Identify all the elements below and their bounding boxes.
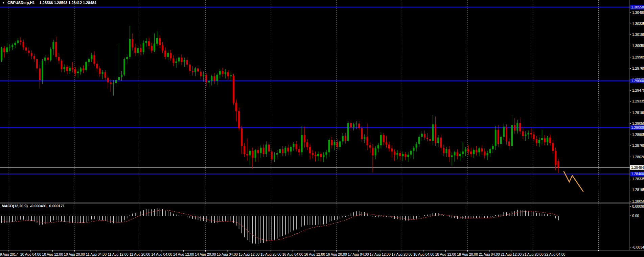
svg-text:10 Aug 20:00: 10 Aug 20:00 — [64, 252, 85, 256]
svg-text:16 Aug 12:00: 16 Aug 12:00 — [304, 252, 325, 256]
svg-text:22 Aug 04:00: 22 Aug 04:00 — [544, 252, 565, 256]
macd-histogram — [2, 208, 558, 244]
svg-text:11 Aug 04:00: 11 Aug 04:00 — [86, 252, 107, 256]
svg-text:1.29760: 1.29760 — [632, 66, 644, 70]
svg-text:18 Aug 04:00: 18 Aug 04:00 — [413, 252, 434, 256]
svg-text:1.28400: 1.28400 — [631, 172, 644, 176]
svg-text:1.30480: 1.30480 — [632, 10, 644, 15]
svg-text:15 Aug 20:00: 15 Aug 20:00 — [260, 252, 281, 256]
svg-text:1.30335: 1.30335 — [632, 22, 644, 26]
svg-text:1.29600: 1.29600 — [631, 79, 644, 83]
svg-text:9 Aug 2017: 9 Aug 2017 — [0, 252, 18, 256]
svg-text:10 Aug 12:00: 10 Aug 12:00 — [42, 252, 63, 256]
svg-text:17 Aug 12:00: 17 Aug 12:00 — [370, 252, 391, 256]
svg-text:15 Aug 04:00: 15 Aug 04:00 — [217, 252, 238, 256]
svg-text:1.30550: 1.30550 — [631, 5, 644, 9]
price-chart-canvas[interactable]: 1.304801.303351.301951.300501.299051.297… — [0, 0, 644, 257]
svg-text:14 Aug 04:00: 14 Aug 04:00 — [151, 252, 172, 256]
svg-text:1.28765: 1.28765 — [632, 143, 644, 147]
svg-text:11 Aug 20:00: 11 Aug 20:00 — [130, 252, 150, 256]
svg-text:1.28195: 1.28195 — [632, 188, 644, 192]
horizontal-lines[interactable] — [0, 7, 630, 174]
pane-borders — [0, 0, 644, 250]
svg-text:1.29905: 1.29905 — [632, 55, 644, 59]
svg-text:1.28905: 1.28905 — [632, 133, 644, 137]
svg-text:16 Aug 04:00: 16 Aug 04:00 — [282, 252, 303, 256]
svg-text:1.29190: 1.29190 — [632, 111, 644, 115]
mt4-chart-window: { "header": { "symbol_timeframe": "GBPUS… — [0, 0, 644, 257]
svg-text:0.000994: 0.000994 — [632, 204, 644, 208]
svg-text:1.28050: 1.28050 — [632, 199, 644, 203]
svg-text:21 Aug 20:00: 21 Aug 20:00 — [523, 252, 544, 256]
candles-layer — [1, 26, 559, 173]
svg-text:10 Aug 04:00: 10 Aug 04:00 — [20, 252, 41, 256]
svg-text:14 Aug 20:00: 14 Aug 20:00 — [195, 252, 216, 256]
svg-text:11 Aug 12:00: 11 Aug 12:00 — [108, 252, 128, 256]
svg-text:14 Aug 12:00: 14 Aug 12:00 — [173, 252, 194, 256]
svg-text:21 Aug 04:00: 21 Aug 04:00 — [479, 252, 500, 256]
svg-text:18 Aug 12:00: 18 Aug 12:00 — [435, 252, 456, 256]
svg-text:-0.003413: -0.003413 — [632, 245, 644, 249]
svg-text:1.28620: 1.28620 — [632, 155, 644, 159]
svg-text:18 Aug 20:00: 18 Aug 20:00 — [457, 252, 478, 256]
svg-text:1.28484: 1.28484 — [631, 165, 644, 169]
svg-text:1.29000: 1.29000 — [631, 125, 644, 130]
macd-axis[interactable]: 0.0009940.00-0.003413 — [630, 204, 644, 249]
grid-layer — [9, 0, 598, 250]
svg-text:1.30195: 1.30195 — [632, 32, 644, 37]
svg-text:1.30050: 1.30050 — [632, 44, 644, 48]
svg-text:1.29475: 1.29475 — [632, 88, 644, 92]
svg-text:1.29050: 1.29050 — [632, 121, 644, 125]
time-axis[interactable]: 9 Aug 201710 Aug 04:0010 Aug 12:0010 Aug… — [0, 250, 599, 256]
svg-text:0.00: 0.00 — [632, 214, 639, 218]
svg-text:17 Aug 04:00: 17 Aug 04:00 — [348, 252, 369, 256]
svg-text:1.28335: 1.28335 — [632, 177, 644, 181]
svg-text:16 Aug 20:00: 16 Aug 20:00 — [326, 252, 347, 256]
svg-text:15 Aug 12:00: 15 Aug 12:00 — [238, 252, 259, 256]
svg-text:1.29335: 1.29335 — [632, 99, 644, 103]
svg-text:21 Aug 12:00: 21 Aug 12:00 — [501, 252, 522, 256]
svg-text:17 Aug 20:00: 17 Aug 20:00 — [391, 252, 412, 256]
